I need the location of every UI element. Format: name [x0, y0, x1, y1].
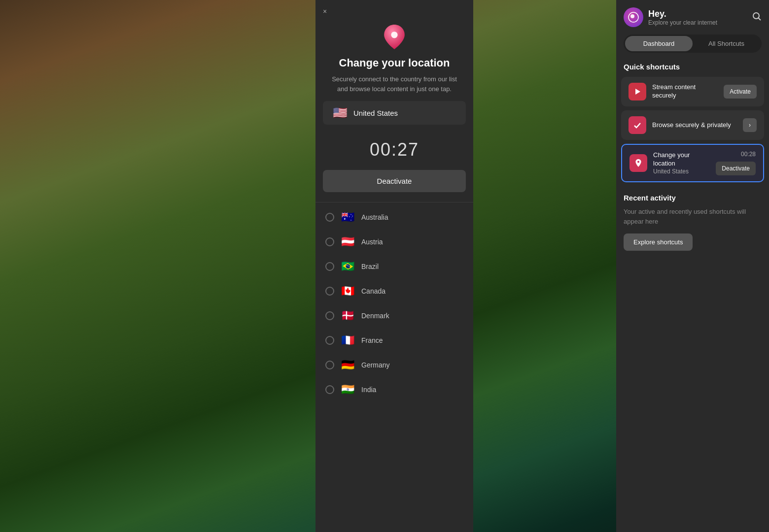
svg-marker-5 [635, 89, 640, 95]
recent-activity-title: Recent activity [624, 194, 762, 202]
selected-country-flag: 🇺🇸 [333, 107, 348, 119]
country-list-item[interactable]: 🇩🇰 Denmark [315, 303, 473, 328]
country-list-item[interactable]: 🇫🇷 France [315, 328, 473, 353]
country-flag: 🇦🇹 [341, 236, 354, 247]
country-radio [325, 336, 334, 345]
shortcut-text: Change your location United States [653, 151, 710, 175]
shortcut-deactivate-button[interactable]: Deactivate [716, 162, 756, 175]
country-list-item[interactable]: 🇦🇺 Australia [315, 205, 473, 230]
shortcut-action-button[interactable]: Activate [724, 85, 757, 99]
location-pin-icon [382, 25, 407, 49]
panel-title: Change your location [315, 57, 473, 74]
svg-point-6 [637, 161, 639, 163]
shortcut-timer: 00:28 [741, 151, 756, 158]
deactivate-button[interactable]: Deactivate [323, 170, 466, 192]
location-panel: × Change your location Securely connect … [315, 0, 473, 532]
country-radio [325, 311, 334, 320]
country-flag: 🇩🇰 [341, 310, 354, 321]
country-radio [325, 287, 334, 296]
recent-activity-description: Your active and recently used shortcuts … [624, 207, 762, 226]
app-title: Hey. [648, 9, 717, 19]
tab-row: Dashboard All Shortcuts [624, 34, 762, 53]
country-flag: 🇮🇳 [341, 384, 354, 395]
search-icon [752, 11, 762, 21]
shortcut-card-1: Browse securely & privately › [621, 110, 764, 140]
app-logo [624, 7, 643, 27]
country-flag: 🇧🇷 [341, 261, 354, 272]
shortcut-text: Browse securely & privately [652, 121, 737, 130]
connection-timer: 00:27 [315, 130, 473, 170]
close-button[interactable]: × [323, 7, 327, 15]
country-name: France [361, 336, 383, 344]
panel-header: × [315, 0, 473, 15]
search-button[interactable] [752, 11, 762, 24]
svg-point-2 [630, 14, 634, 18]
svg-point-0 [391, 32, 397, 38]
shortcut-icon [629, 116, 646, 134]
country-flag: 🇨🇦 [341, 286, 354, 297]
country-list: 🇦🇺 Australia 🇦🇹 Austria 🇧🇷 Brazil 🇨🇦 Can… [315, 205, 473, 532]
dashboard-header: Hey. Explore your clear internet [616, 0, 769, 32]
country-list-item[interactable]: 🇮🇳 India [315, 377, 473, 402]
country-list-item[interactable]: 🇩🇪 Germany [315, 353, 473, 377]
dashboard-panel: Hey. Explore your clear internet Dashboa… [616, 0, 769, 532]
country-name: Canada [361, 287, 385, 295]
shortcut-name: Browse securely & privately [652, 121, 737, 130]
shortcut-icon [629, 154, 647, 172]
tab-dashboard[interactable]: Dashboard [625, 36, 693, 51]
location-icon-wrap [315, 15, 473, 57]
explore-shortcuts-button[interactable]: Explore shortcuts [624, 233, 693, 251]
divider [315, 202, 473, 202]
country-radio [325, 213, 334, 222]
country-flag: 🇦🇺 [341, 212, 354, 223]
selected-country-name: United States [353, 109, 398, 117]
app-logo-wrap: Hey. Explore your clear internet [624, 7, 717, 27]
country-radio [325, 237, 334, 246]
shortcut-card-2: Change your location United States 00:28… [621, 144, 764, 182]
svg-point-3 [753, 13, 759, 19]
svg-line-4 [759, 18, 761, 20]
country-name: Austria [361, 238, 383, 246]
shortcut-subtitle: United States [653, 168, 710, 175]
country-name: Brazil [361, 263, 379, 270]
shortcut-action-button[interactable]: › [743, 118, 757, 132]
country-radio [325, 385, 334, 394]
shortcut-name: Stream content securely [652, 83, 718, 100]
country-name: India [361, 386, 376, 394]
app-title-wrap: Hey. Explore your clear internet [648, 9, 717, 26]
country-name: Germany [361, 361, 390, 369]
country-radio [325, 262, 334, 271]
shortcut-text: Stream content securely [652, 83, 718, 100]
quick-shortcuts-title: Quick shortcuts [616, 60, 769, 77]
shortcut-name: Change your location [653, 151, 710, 168]
country-flag: 🇫🇷 [341, 335, 354, 346]
shortcut-card-0: Stream content securely Activate [621, 77, 764, 106]
country-list-item[interactable]: 🇧🇷 Brazil [315, 254, 473, 279]
country-list-item[interactable]: 🇦🇹 Austria [315, 230, 473, 254]
recent-activity-section: Recent activity Your active and recently… [616, 186, 769, 256]
selected-country: 🇺🇸 United States [323, 101, 466, 125]
app-logo-icon [628, 11, 639, 23]
shortcuts-container: Stream content securely Activate Browse … [616, 77, 769, 186]
country-radio [325, 361, 334, 369]
app-subtitle: Explore your clear internet [648, 19, 717, 26]
tab-all-shortcuts[interactable]: All Shortcuts [693, 36, 760, 51]
panel-description: Securely connect to the country from our… [315, 74, 473, 101]
country-list-item[interactable]: 🇨🇦 Canada [315, 279, 473, 303]
country-name: Denmark [361, 312, 389, 320]
country-flag: 🇩🇪 [341, 360, 354, 370]
country-name: Australia [361, 213, 388, 221]
shortcut-icon [629, 83, 646, 100]
